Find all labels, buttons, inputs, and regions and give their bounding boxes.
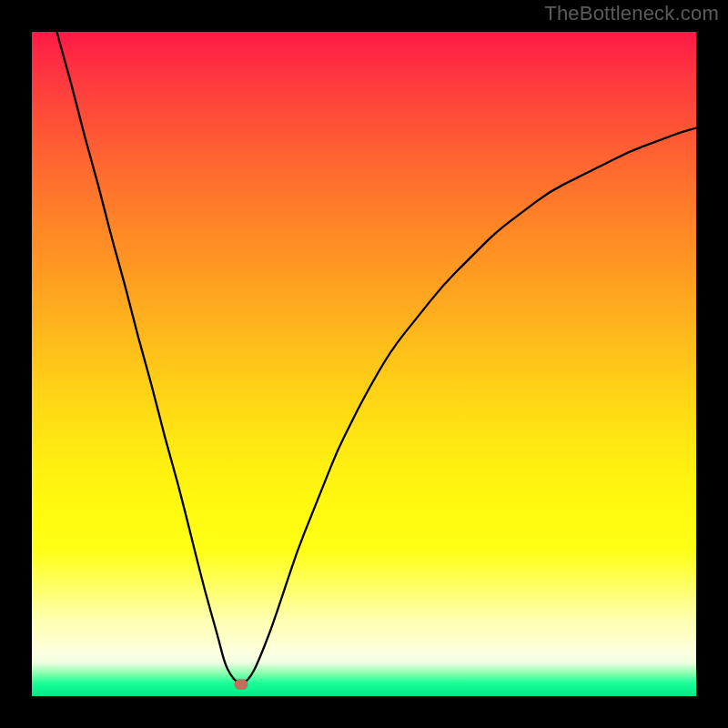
optimal-point-marker [235, 679, 248, 689]
bottleneck-curve [32, 32, 696, 696]
attribution-text: TheBottleneck.com [544, 2, 719, 25]
plot-area [32, 32, 696, 696]
chart-frame: TheBottleneck.com [0, 0, 728, 728]
